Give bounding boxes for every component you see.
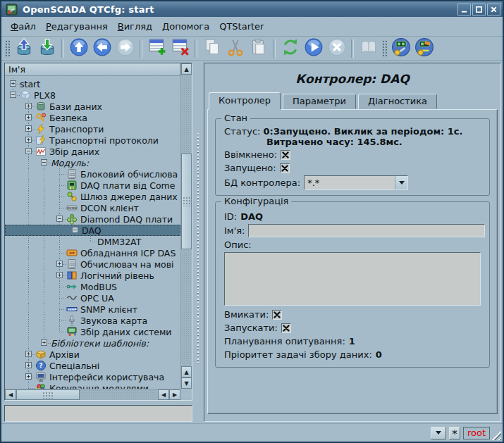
scroll-left2-icon[interactable]: ◀ <box>158 389 169 400</box>
minimize-button[interactable] <box>457 4 471 15</box>
refresh-button[interactable] <box>279 38 301 59</box>
enabled-checkbox[interactable] <box>281 150 290 160</box>
cut-button[interactable] <box>224 38 246 59</box>
scroll-up-icon[interactable]: ▲ <box>181 63 192 75</box>
tree-item--[interactable]: Бази даних <box>5 101 180 112</box>
tree-item--[interactable]: Бібліотеки шаблонів: <box>5 337 180 349</box>
maximize-button[interactable] <box>472 4 486 15</box>
tree-item--[interactable]: Архіви <box>5 349 180 360</box>
tree-item--[interactable]: Збір даних <box>5 146 180 157</box>
tree-hscrollbar-thumb[interactable] <box>16 389 80 400</box>
menu-1[interactable]: Файл <box>6 19 41 34</box>
tree-item-dcon-[interactable]: DCONDCON клієнт <box>5 202 180 213</box>
stop-button[interactable] <box>326 38 348 59</box>
tree-item-snmp-[interactable]: SNMPSNMP клієнт <box>5 304 180 315</box>
expand-icon[interactable] <box>56 272 63 278</box>
tree-filter-input[interactable] <box>4 405 192 422</box>
status-dropdown-button[interactable] <box>431 427 446 439</box>
scroll-left-icon[interactable]: ◀ <box>5 389 16 400</box>
up-button[interactable] <box>68 38 90 59</box>
scroll-right-icon[interactable]: ▶ <box>169 389 180 400</box>
tree-item--[interactable]: Інтерфейси користувача <box>5 371 180 382</box>
collapse-icon[interactable] <box>41 159 47 166</box>
tree-vscrollbar-track[interactable] <box>181 75 192 366</box>
tree-item--[interactable]: Логічний рівень <box>5 270 180 281</box>
delete-item-button[interactable] <box>169 38 191 59</box>
tree-item-start[interactable]: start <box>5 78 180 89</box>
tree-item-plx8[interactable]: PLX8 <box>5 89 180 101</box>
tree-item--[interactable]: Збір даних системи <box>5 326 180 337</box>
expand-icon[interactable] <box>25 373 32 380</box>
expand-icon[interactable] <box>25 103 32 109</box>
tree-vscrollbar[interactable]: ▲ ▲ ▼ <box>180 63 192 389</box>
menu-5[interactable]: QTStarter <box>214 19 269 34</box>
toolbar-handle[interactable] <box>381 39 388 58</box>
splitter-handle[interactable] <box>192 63 204 422</box>
tab-3[interactable]: Діагностика <box>358 94 437 109</box>
expand-icon[interactable] <box>10 80 16 87</box>
collapse-icon[interactable] <box>72 227 78 233</box>
controller-db-combobox[interactable]: *.* <box>304 175 408 190</box>
name-input[interactable] <box>248 224 485 237</box>
resize-grip[interactable] <box>491 430 501 440</box>
expand-icon[interactable] <box>25 137 32 143</box>
tree-item--[interactable]: Звукова карта <box>5 315 180 326</box>
forward-button[interactable] <box>114 38 136 59</box>
tree-item-daq-come[interactable]: DAQ плати від Come <box>5 180 180 191</box>
expand-icon[interactable] <box>25 362 32 368</box>
scroll-up2-icon[interactable]: ▲ <box>181 366 192 378</box>
user-label[interactable]: root <box>463 427 490 439</box>
to-start-checkbox[interactable] <box>281 323 291 333</box>
tree-item-modbus[interactable]: ModBUS <box>5 281 180 292</box>
expand-icon[interactable] <box>25 351 32 357</box>
tree-item-daq[interactable]: DAQ <box>5 225 180 236</box>
combobox-dropdown-icon[interactable] <box>395 176 407 189</box>
qtstarter-run-button[interactable] <box>413 38 435 59</box>
tree-item-opc-ua[interactable]: OPC UA <box>5 292 180 304</box>
tree-hscrollbar[interactable]: ◀ ◀ ▶ <box>5 389 180 400</box>
tree-item--[interactable]: Безпека <box>5 112 180 123</box>
tree-header[interactable]: Ім'я <box>5 63 180 76</box>
add-item-button[interactable] <box>146 38 168 59</box>
tree-item--[interactable]: ?Спеціальні <box>5 360 180 371</box>
scroll-down-icon[interactable]: ▼ <box>181 378 192 389</box>
save-to-db-button[interactable] <box>36 38 58 59</box>
menu-4[interactable]: Допомога <box>157 19 214 34</box>
running-checkbox[interactable] <box>280 163 290 173</box>
tree-vscrollbar-thumb[interactable] <box>181 154 192 250</box>
expand-icon[interactable] <box>56 261 63 267</box>
descr-textarea[interactable] <box>224 252 481 306</box>
collapse-icon[interactable] <box>10 92 16 98</box>
toolbar-handle[interactable] <box>4 39 11 58</box>
to-enable-checkbox[interactable] <box>272 310 282 320</box>
tree-item--[interactable]: Блоковий обчислюва <box>5 168 180 180</box>
tab-2[interactable]: Параметри <box>283 94 356 109</box>
copy-button[interactable] <box>201 38 223 59</box>
back-button[interactable] <box>91 38 113 59</box>
load-from-db-button[interactable] <box>13 38 35 59</box>
tree-item--[interactable]: Транспорти <box>5 123 180 135</box>
close-button[interactable] <box>487 4 500 15</box>
tree-item--[interactable]: Шлюз джерел даних <box>5 191 180 202</box>
start-button[interactable] <box>302 38 324 59</box>
menu-3[interactable]: Вигляд <box>113 19 157 34</box>
tree-item--[interactable]: Модуль: <box>5 157 180 168</box>
tree-item--[interactable]: Транспортні протоколи <box>5 135 180 146</box>
tab-1[interactable]: Контролер <box>209 92 281 110</box>
collapse-icon[interactable] <box>25 148 32 154</box>
menu-2[interactable]: Редагування <box>41 19 113 34</box>
qtstarter-config-button[interactable] <box>390 38 412 59</box>
collapse-icon[interactable] <box>56 216 63 222</box>
manual-button[interactable] <box>357 38 379 59</box>
expand-icon[interactable] <box>41 339 47 346</box>
tree-item-diamond-daq-[interactable]: Diamond DAQ плати <box>5 213 180 225</box>
modified-indicator-button[interactable]: * <box>449 427 460 439</box>
paste-button[interactable] <box>247 38 269 59</box>
tree-item--icp-das[interactable]: ICPОбладнання ICP DAS <box>5 247 180 258</box>
tree-item--[interactable]: Обчислювач на мові <box>5 258 180 270</box>
tree-hscrollbar-track[interactable] <box>16 389 158 400</box>
tree-item-dmm32at[interactable]: DMM32AT <box>5 236 180 247</box>
tree-item--[interactable]: Керування модулями <box>5 382 180 389</box>
expand-icon[interactable] <box>25 125 32 132</box>
expand-icon[interactable] <box>25 114 32 120</box>
